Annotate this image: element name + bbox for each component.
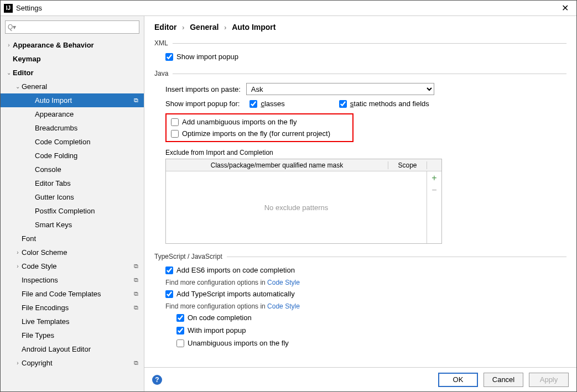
footer: ? OK Cancel Apply: [144, 367, 576, 391]
tree-item-editor-tabs[interactable]: Editor Tabs: [1, 176, 144, 190]
section-title-xml: XML: [154, 39, 168, 47]
remove-icon[interactable]: −: [432, 186, 436, 195]
tree-item-color-scheme[interactable]: ›Color Scheme: [1, 245, 144, 259]
settings-window: IJ Settings ✕ Q▾ ›Appearance & BehaviorK…: [0, 0, 577, 392]
tree-item-label: Console: [35, 165, 144, 174]
tree-item-label: Editor Tabs: [35, 179, 144, 187]
exclude-table: Class/package/member qualified name mask…: [165, 159, 442, 244]
tree-item-label: Live Templates: [22, 317, 144, 326]
add-icon[interactable]: +: [432, 174, 436, 182]
tree-item-code-style[interactable]: ›Code Style⧉: [1, 259, 144, 273]
label-on-code-completion: On code completion: [188, 313, 252, 322]
tree-item-copyright[interactable]: ›Copyright⧉: [1, 356, 144, 370]
tree-item-postfix-completion[interactable]: Postfix Completion: [1, 204, 144, 218]
tree-item-file-and-code-templates[interactable]: File and Code Templates⧉: [1, 287, 144, 301]
label-xml-show-import-popup: Show import popup: [176, 53, 238, 61]
checkbox-classes[interactable]: [249, 100, 257, 108]
label-static-methods: static methods and fields: [350, 100, 429, 108]
label-optimize-imports: Optimize imports on the fly (for current…: [182, 129, 330, 138]
help-icon[interactable]: ?: [152, 375, 162, 385]
checkbox-static-methods[interactable]: [339, 100, 347, 108]
link-code-style-1[interactable]: Code Style: [267, 279, 300, 286]
tree-item-auto-import[interactable]: Auto Import⧉: [1, 93, 144, 107]
tree-item-label: Editor: [13, 69, 144, 77]
checkbox-xml-show-import-popup[interactable]: [165, 53, 173, 61]
ok-button[interactable]: OK: [438, 373, 478, 387]
tree-item-general[interactable]: ⌄General: [1, 80, 144, 93]
exclude-col-scope[interactable]: Scope: [388, 161, 427, 169]
tree-item-keymap[interactable]: Keymap: [1, 52, 144, 66]
tree-item-code-completion[interactable]: Code Completion: [1, 135, 144, 149]
link-code-style-2[interactable]: Code Style: [267, 302, 300, 310]
breadcrumb: Editor › General › Auto Import: [154, 23, 566, 32]
tree-item-editor[interactable]: ⌄Editor: [1, 66, 144, 80]
checkbox-unambiguous-ts[interactable]: [176, 339, 184, 347]
label-add-ts: Add TypeScript imports automatically: [176, 290, 295, 298]
apply-button[interactable]: Apply: [529, 373, 569, 387]
select-insert-imports[interactable]: Ask: [246, 83, 434, 95]
search-input-wrap[interactable]: Q▾: [5, 20, 139, 34]
copy-icon: ⧉: [134, 359, 144, 367]
tree-item-gutter-icons[interactable]: Gutter Icons: [1, 190, 144, 204]
chevron-down-icon: ⌄: [5, 70, 13, 76]
search-input[interactable]: [17, 23, 137, 31]
tree-item-label: Code Style: [22, 262, 134, 270]
copy-icon: ⧉: [134, 276, 144, 284]
chevron-right-icon: ›: [14, 360, 22, 366]
section-title-java: Java: [154, 70, 168, 77]
section-ts: TypeScript / JavaScript Add ES6 imports …: [154, 253, 566, 347]
label-exclude-title: Exclude from Import and Completion: [154, 149, 566, 156]
checkbox-add-ts[interactable]: [165, 290, 173, 298]
search-icon: Q▾: [8, 23, 16, 31]
hint-es6: Find more configuration options in Code …: [154, 279, 566, 286]
tree-item-label: Gutter Icons: [35, 193, 144, 201]
checkbox-on-code-completion[interactable]: [176, 314, 184, 322]
tree-item-label: Code Folding: [35, 151, 144, 160]
titlebar: IJ Settings ✕: [1, 1, 576, 16]
tree-item-file-encodings[interactable]: File Encodings⧉: [1, 301, 144, 315]
tree-item-label: Breadcrumbs: [35, 124, 144, 132]
chevron-right-icon: ›: [182, 24, 184, 32]
exclude-col-name[interactable]: Class/package/member qualified name mask: [166, 161, 388, 169]
tree-item-label: Auto Import: [35, 96, 134, 104]
exclude-empty-text: No exclude patterns: [166, 171, 427, 243]
checkbox-add-es6[interactable]: [165, 266, 173, 274]
checkbox-optimize-imports[interactable]: [171, 130, 179, 138]
tree-item-code-folding[interactable]: Code Folding: [1, 149, 144, 163]
tree-item-label: File and Code Templates: [22, 290, 134, 298]
hint-ts: Find more configuration options in Code …: [154, 302, 566, 310]
tree-item-android-layout-editor[interactable]: Android Layout Editor: [1, 342, 144, 356]
tree-item-breadcrumbs[interactable]: Breadcrumbs: [1, 121, 144, 135]
checkbox-add-unambiguous[interactable]: [171, 118, 179, 126]
tree-item-inspections[interactable]: Inspections⧉: [1, 273, 144, 287]
chevron-right-icon: ›: [224, 24, 226, 32]
tree-item-label: Appearance: [35, 110, 144, 118]
tree-item-live-templates[interactable]: Live Templates: [1, 315, 144, 328]
tree-item-label: Postfix Completion: [35, 207, 144, 215]
copy-icon: ⧉: [134, 263, 144, 270]
label-add-es6: Add ES6 imports on code completion: [176, 266, 295, 274]
tree-item-font[interactable]: Font: [1, 232, 144, 245]
cancel-button[interactable]: Cancel: [484, 373, 523, 387]
tree-item-smart-keys[interactable]: Smart Keys: [1, 218, 144, 232]
label-add-unambiguous: Add unambiguous imports on the fly: [182, 118, 297, 126]
copy-icon: ⧉: [134, 290, 144, 297]
settings-tree[interactable]: ›Appearance & BehaviorKeymap⌄Editor⌄Gene…: [1, 38, 144, 391]
tree-item-label: File Encodings: [22, 304, 134, 312]
tree-item-console[interactable]: Console: [1, 163, 144, 176]
section-title-ts: TypeScript / JavaScript: [154, 253, 222, 260]
tree-item-file-types[interactable]: File Types: [1, 328, 144, 342]
tree-item-appearance[interactable]: Appearance: [1, 107, 144, 121]
close-icon[interactable]: ✕: [557, 3, 573, 13]
tree-item-appearance-behavior[interactable]: ›Appearance & Behavior: [1, 38, 144, 52]
tree-item-label: Android Layout Editor: [22, 345, 144, 353]
label-unambiguous-ts: Unambiguous imports on the fly: [188, 339, 289, 347]
label-insert-imports: Insert imports on paste:: [165, 85, 241, 93]
chevron-right-icon: ›: [14, 263, 22, 269]
tree-item-label: General: [22, 82, 144, 91]
tree-item-label: Copyright: [22, 359, 134, 367]
chevron-right-icon: ›: [5, 42, 13, 48]
window-title: Settings: [16, 4, 557, 12]
copy-icon: ⧉: [134, 97, 144, 104]
checkbox-with-import-popup[interactable]: [176, 327, 184, 334]
